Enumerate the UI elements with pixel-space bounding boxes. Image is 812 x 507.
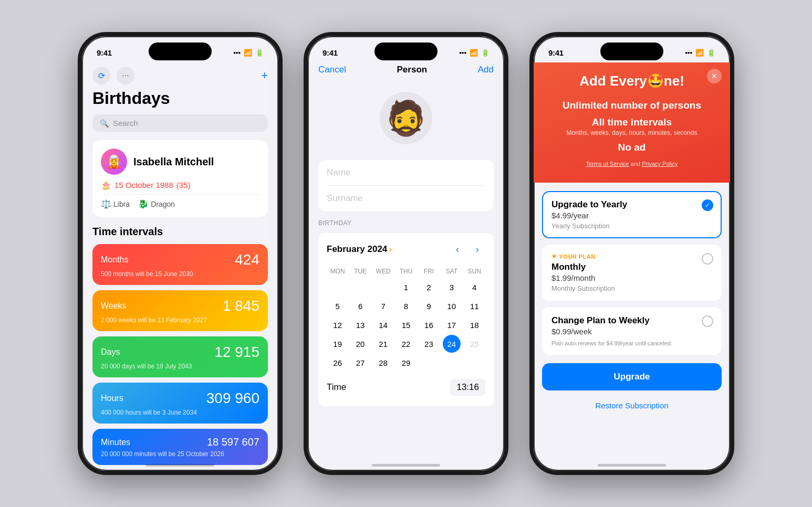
feature-intervals: All time intervals Months, weeks, days, … — [546, 117, 717, 136]
calendar: February 2024 › ‹ › MON TUE WED THU FRI … — [318, 233, 494, 406]
cal-day-5[interactable]: 5 — [329, 297, 347, 315]
month-chevron-icon: › — [389, 245, 392, 254]
refresh-button[interactable]: ⟳ — [92, 67, 110, 85]
plan-yearly[interactable]: Upgrade to Yearly $4.99/year Yearly Subs… — [542, 191, 722, 238]
toolbar: ⟳ ··· + — [92, 67, 268, 85]
interval-days[interactable]: Days 12 915 20 000 days will be 19 July … — [92, 336, 268, 377]
status-time-3: 9:41 — [548, 48, 564, 57]
cal-day-13[interactable]: 13 — [351, 316, 369, 334]
monthly-check-icon — [702, 253, 713, 265]
surname-input[interactable] — [318, 186, 494, 211]
cal-day-28[interactable]: 28 — [374, 354, 392, 372]
feature-no-ad-text: No ad — [546, 142, 717, 153]
more-button[interactable]: ··· — [117, 67, 134, 85]
status-icons-3: ▪▪▪ 📶 🔋 — [685, 49, 715, 57]
cal-day-8[interactable]: 8 — [397, 297, 415, 315]
cal-day-24[interactable]: 24 — [443, 335, 461, 353]
cal-day-27[interactable]: 27 — [351, 354, 369, 372]
calendar-month-title[interactable]: February 2024 › — [327, 244, 392, 255]
calendar-next-button[interactable]: › — [470, 241, 485, 257]
upgrade-button[interactable]: Upgrade — [542, 363, 722, 390]
search-bar[interactable]: 🔍 Search — [92, 114, 268, 132]
minutes-value: 18 597 607 — [207, 436, 259, 448]
cal-day-26[interactable]: 26 — [329, 354, 347, 372]
cal-day-15[interactable]: 15 — [397, 316, 415, 334]
cal-day-12[interactable]: 12 — [329, 316, 347, 334]
plan-weekly[interactable]: Change Plan to Weekly $0.99/week Plan au… — [542, 307, 722, 355]
cal-day-2[interactable]: 2 — [420, 278, 438, 296]
day-header-sun: SUN — [464, 266, 485, 277]
person-nav: Cancel Person Add — [308, 62, 504, 81]
interval-weeks[interactable]: Weeks 1 845 2 000 weeks will be 13 Febru… — [92, 290, 268, 331]
cal-day-6[interactable]: 6 — [351, 297, 369, 315]
dynamic-island-2 — [374, 43, 438, 60]
days-value: 12 915 — [214, 344, 259, 361]
cal-day-23[interactable]: 23 — [420, 335, 438, 353]
day-header-sat: SAT — [441, 266, 462, 277]
cal-day-1[interactable]: 1 — [397, 278, 415, 296]
cal-day-20[interactable]: 20 — [351, 335, 369, 353]
cal-day-18[interactable]: 18 — [465, 316, 483, 334]
battery-icon-3: 🔋 — [707, 49, 715, 57]
privacy-policy-link[interactable]: Privacy Policy — [642, 161, 678, 167]
add-person-button[interactable]: Add — [478, 65, 494, 75]
phone-upgrade: 9:41 ▪▪▪ 📶 🔋 ✕ Add Every🤩ne! Unlimited n… — [529, 32, 734, 475]
cal-day-22[interactable]: 22 — [397, 335, 415, 353]
home-indicator-3 — [598, 464, 666, 467]
cal-day-10[interactable]: 10 — [443, 297, 461, 315]
cal-day-16[interactable]: 16 — [420, 316, 438, 334]
feature-unlimited: Unlimited number of persons — [546, 100, 717, 111]
cal-day-3[interactable]: 3 — [443, 278, 461, 296]
calendar-prev-button[interactable]: ‹ — [450, 241, 465, 257]
day-header-thu: THU — [395, 266, 417, 277]
calendar-grid: MON TUE WED THU FRI SAT SUN 1 2 3 4 5 6 … — [327, 266, 485, 372]
cal-day-4[interactable]: 4 — [465, 278, 483, 296]
wifi-icon: 📶 — [244, 49, 252, 57]
avatar-large: 🧔 — [380, 92, 432, 144]
feature-unlimited-text: Unlimited number of persons — [546, 100, 717, 111]
status-icons-2: ▪▪▪ 📶 🔋 — [459, 49, 490, 57]
cal-day-11[interactable]: 11 — [465, 297, 483, 315]
cal-day-14[interactable]: 14 — [374, 316, 392, 334]
cal-day-19[interactable]: 19 — [329, 335, 347, 353]
upgrade-title: Add Every🤩ne! — [546, 73, 717, 89]
search-placeholder: Search — [113, 119, 138, 128]
add-button[interactable]: + — [261, 69, 268, 82]
restore-button[interactable]: Restore Subscription — [542, 397, 722, 414]
interval-months[interactable]: Months 424 500 months will be 15 June 20… — [92, 244, 268, 285]
cal-day-9[interactable]: 9 — [420, 297, 438, 315]
person-name: Isabella Mitchell — [133, 156, 214, 168]
close-button[interactable]: ✕ — [707, 69, 722, 83]
name-input[interactable] — [318, 160, 494, 185]
cal-day-29[interactable]: 29 — [397, 354, 415, 372]
cal-day-empty-3 — [374, 278, 392, 296]
home-indicator — [146, 464, 214, 467]
plan-monthly[interactable]: ★ YOUR PLAN Monthly $1.99/month Monthly … — [542, 245, 722, 301]
cal-day-17[interactable]: 17 — [443, 316, 461, 334]
zodiac-label: Libra — [113, 200, 130, 208]
days-subtitle: 20 000 days will be 19 July 2043 — [101, 363, 259, 370]
upgrade-hero: ✕ Add Every🤩ne! Unlimited number of pers… — [534, 62, 730, 183]
time-value[interactable]: 13:16 — [450, 379, 485, 396]
search-icon: 🔍 — [100, 119, 109, 128]
terms-of-service-link[interactable]: Terms of Service — [586, 161, 629, 167]
chinese-label: Dragon — [151, 200, 175, 208]
person-birthday: 🎂 15 October 1988 (35) — [101, 180, 259, 190]
yearly-check-icon: ✓ — [702, 199, 713, 211]
interval-minutes[interactable]: Minutes 18 597 607 20 000 000 minutes wi… — [92, 429, 268, 465]
avatar-section[interactable]: 🧔 — [308, 81, 504, 160]
day-header-tue: TUE — [349, 266, 371, 277]
cal-day-7[interactable]: 7 — [374, 297, 392, 315]
cal-day-21[interactable]: 21 — [374, 335, 392, 353]
yearly-plan-desc: Yearly Subscription — [551, 222, 712, 230]
weekly-plan-name: Change Plan to Weekly — [551, 315, 712, 326]
cancel-button[interactable]: Cancel — [318, 65, 346, 75]
person-row: 🧝 Isabella Mitchell — [101, 149, 259, 175]
day-header-wed: WED — [372, 266, 394, 277]
weekly-check-icon — [702, 315, 713, 327]
person-card[interactable]: 🧝 Isabella Mitchell 🎂 15 October 1988 (3… — [92, 140, 268, 217]
hours-label: Hours — [101, 394, 123, 403]
monthly-plan-name: Monthly — [551, 262, 712, 272]
interval-hours[interactable]: Hours 309 960 400 000 hours will be 3 Ju… — [92, 383, 268, 424]
cal-day-empty-5 — [443, 354, 461, 372]
